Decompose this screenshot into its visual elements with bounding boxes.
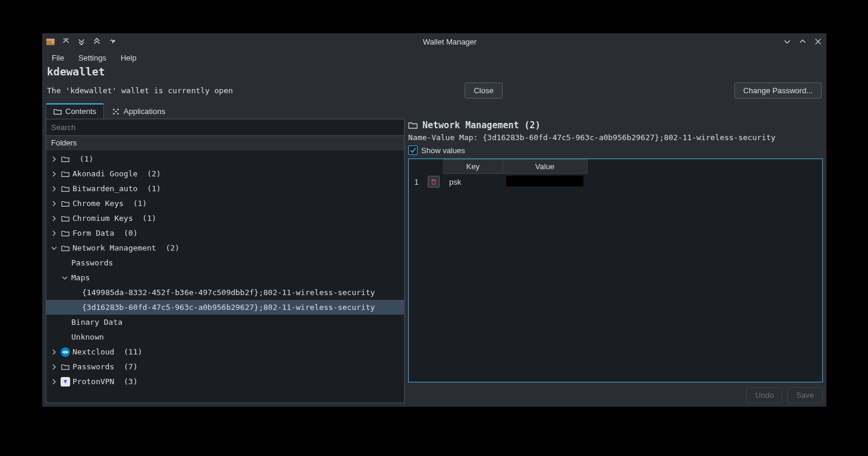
double-chevron-down-icon[interactable] <box>77 37 86 46</box>
value-masked[interactable] <box>506 176 583 186</box>
svg-point-2 <box>52 42 54 43</box>
table-header-key: Key <box>443 160 503 174</box>
tree-row-map-1[interactable]: {149985da-8332-452f-b36e-497c509dbb2f};8… <box>46 285 404 300</box>
tree-label: Akonadi Google <box>72 170 138 178</box>
show-values-row: Show values <box>408 145 823 159</box>
chevron-right-icon[interactable] <box>50 201 58 207</box>
left-pane: Folders (1) Akonadi Google (2) <box>46 119 405 403</box>
folder-icon <box>61 199 70 208</box>
tree-count: (0) <box>124 229 137 237</box>
tree-label: Maps <box>71 274 90 281</box>
tree-label: Network Management <box>72 244 156 252</box>
tab-applications[interactable]: Applications <box>104 103 173 119</box>
svg-point-9 <box>117 113 119 115</box>
save-button[interactable]: Save <box>787 387 823 403</box>
tree-label: Binary Data <box>71 318 122 326</box>
tree-label: Chromium Keys <box>72 214 133 222</box>
tree-row-passwords[interactable]: Passwords (7) <box>46 359 404 374</box>
tree-count: (7) <box>124 363 137 370</box>
chevron-right-icon[interactable] <box>50 349 58 355</box>
table-header-value: Value <box>503 160 587 174</box>
folder-icon <box>61 243 70 253</box>
tab-contents[interactable]: Contents <box>46 103 104 119</box>
tree-row-bitwarden[interactable]: Bitwarden_auto (1) <box>46 181 404 196</box>
folder-icon <box>61 184 70 194</box>
tree-label: Form Data <box>72 229 114 237</box>
menu-help[interactable]: Help <box>115 52 143 64</box>
tree-label: Passwords <box>72 363 114 370</box>
footer-buttons: Undo Save <box>408 382 823 403</box>
chevron-right-icon[interactable] <box>50 230 58 236</box>
folder-tree[interactable]: (1) Akonadi Google (2) Bitwarden_auto (1… <box>46 150 404 403</box>
tree-row-network-passwords[interactable]: Passwords <box>46 255 404 270</box>
delete-row-button[interactable] <box>428 176 440 188</box>
folder-icon <box>408 121 418 130</box>
tree-label: Unknown <box>71 333 104 341</box>
tabstrip: Contents Applications <box>42 103 826 119</box>
tree-label: Passwords <box>71 259 113 267</box>
detail-subtitle: Name-Value Map: {3d16283b-60fd-47c5-963c… <box>408 133 823 145</box>
tree-row-root[interactable]: (1) <box>46 151 404 166</box>
titlebar: Wallet Manager <box>42 33 826 50</box>
tree-label: Chrome Keys <box>72 200 124 207</box>
key-input[interactable] <box>447 176 499 188</box>
status-row: The 'kdewallet' wallet is currently open… <box>42 80 826 101</box>
close-wallet-button[interactable]: Close <box>465 83 502 99</box>
chevron-right-icon[interactable] <box>50 156 58 162</box>
chevron-right-icon[interactable] <box>50 186 58 192</box>
folder-icon <box>53 107 62 116</box>
chevron-right-icon[interactable] <box>50 364 58 370</box>
wallet-manager-window: Wallet Manager File Settings Help kdewal… <box>42 33 827 407</box>
folder-icon <box>61 169 70 179</box>
menu-settings[interactable]: Settings <box>72 52 112 64</box>
wallet-name: kdewallet <box>42 65 826 80</box>
tree-count: (1) <box>147 185 160 192</box>
protonvpn-icon <box>61 377 70 387</box>
double-chevron-up-icon[interactable] <box>92 37 102 46</box>
tree-row-chrome[interactable]: Chrome Keys (1) <box>46 196 404 211</box>
show-values-label: Show values <box>421 146 465 155</box>
show-values-checkbox[interactable] <box>408 145 418 155</box>
pin-icon[interactable] <box>108 37 117 46</box>
menu-file[interactable]: File <box>46 52 70 64</box>
folder-icon <box>61 214 70 223</box>
tree-row-network-binary[interactable]: Binary Data <box>46 315 404 330</box>
tree-count: (1) <box>143 214 156 222</box>
chevron-down-icon[interactable] <box>50 245 58 251</box>
tree-label: ProtonVPN <box>72 378 114 385</box>
menubar: File Settings Help <box>42 50 826 65</box>
tree-row-nextcloud[interactable]: Nextcloud (11) <box>46 344 404 359</box>
tree-row-network[interactable]: Network Management (2) <box>46 240 404 255</box>
tree-row-protonvpn[interactable]: ProtonVPN (3) <box>46 374 404 389</box>
chevron-down-icon[interactable] <box>61 275 69 281</box>
shade-icon[interactable] <box>61 37 71 46</box>
chevron-right-icon[interactable] <box>50 216 58 221</box>
tree-count: (1) <box>133 200 147 207</box>
undo-button[interactable]: Undo <box>746 387 782 403</box>
svg-rect-1 <box>46 39 55 41</box>
change-password-button[interactable]: Change Password... <box>734 83 822 99</box>
close-icon[interactable] <box>813 37 823 46</box>
applications-icon <box>112 107 120 116</box>
chevron-right-icon[interactable] <box>50 379 58 385</box>
minimize-icon[interactable] <box>782 37 792 46</box>
window-title: Wallet Manager <box>121 37 779 46</box>
tree-row-formdata[interactable]: Form Data (0) <box>46 226 404 240</box>
status-text: The 'kdewallet' wallet is currently open <box>47 86 233 95</box>
svg-point-12 <box>63 352 64 353</box>
nextcloud-icon <box>61 347 70 357</box>
tree-count: (11) <box>124 348 142 356</box>
tree-row-network-unknown[interactable]: Unknown <box>46 330 404 344</box>
table-row: 1 <box>409 174 822 191</box>
chevron-right-icon[interactable] <box>50 171 58 177</box>
tree-row-chromium[interactable]: Chromium Keys (1) <box>46 211 404 226</box>
maximize-icon[interactable] <box>798 37 807 46</box>
tree-row-map-2[interactable]: {3d16283b-60fd-47c5-963c-a0b956b29627};8… <box>46 300 404 315</box>
tree-row-network-maps[interactable]: Maps <box>46 270 404 285</box>
svg-point-8 <box>113 113 115 115</box>
tree-count: (3) <box>124 378 137 385</box>
search-input[interactable] <box>46 119 404 136</box>
tree-row-akonadi[interactable]: Akonadi Google (2) <box>46 166 404 181</box>
svg-point-7 <box>117 109 119 110</box>
tree-label: {3d16283b-60fd-47c5-963c-a0b956b29627};8… <box>82 303 375 311</box>
